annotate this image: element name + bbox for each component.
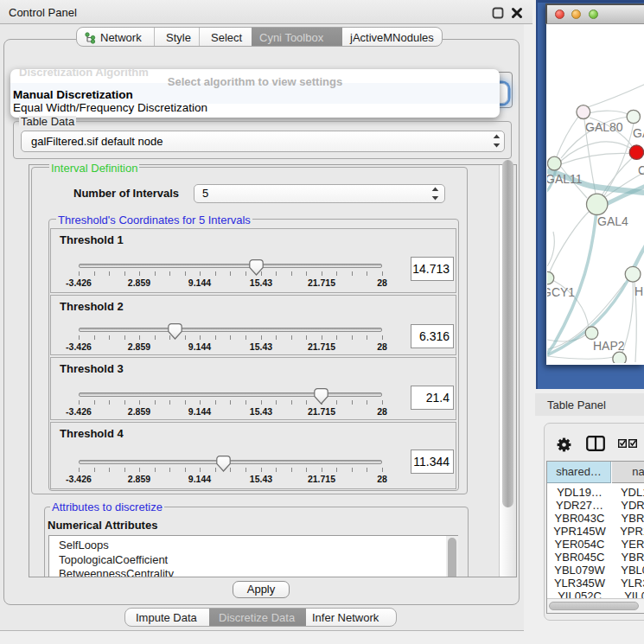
svg-text:HAP2: HAP2 [593,339,625,353]
svg-text:GA: GA [633,126,644,140]
svg-text:C: C [638,163,644,177]
svg-text:GAL80: GAL80 [585,120,623,134]
svg-text:H: H [634,284,643,298]
svg-text:GAL4: GAL4 [597,214,628,228]
svg-text:GCY1: GCY1 [547,285,575,299]
svg-text:GAL11: GAL11 [547,172,583,186]
